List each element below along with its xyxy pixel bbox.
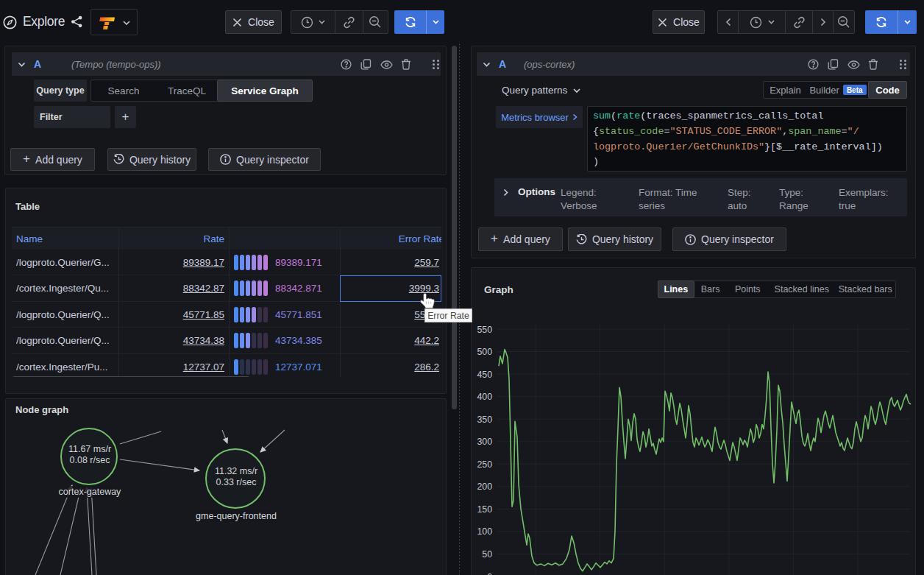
svg-text:150: 150 (477, 504, 492, 515)
svg-text:50: 50 (482, 549, 492, 560)
svg-text:450: 450 (477, 370, 492, 380)
svg-text:gme-query-frontend: gme-query-frontend (196, 511, 277, 521)
svg-text:550: 550 (477, 325, 492, 335)
svg-text:11.67 ms/r: 11.67 ms/r (68, 444, 111, 454)
svg-text:300: 300 (477, 437, 492, 447)
svg-text:250: 250 (477, 459, 492, 470)
svg-text:500: 500 (477, 347, 492, 357)
svg-text:cortex-gateway: cortex-gateway (59, 487, 122, 497)
svg-text:11.32 ms/r: 11.32 ms/r (215, 466, 257, 476)
svg-text:0.33 r/sec: 0.33 r/sec (216, 477, 257, 487)
svg-text:400: 400 (477, 392, 492, 402)
svg-text:0.08 r/sec: 0.08 r/sec (70, 455, 110, 465)
svg-text:200: 200 (477, 481, 492, 492)
svg-text:350: 350 (477, 415, 492, 425)
svg-text:100: 100 (477, 526, 492, 537)
svg-text:0: 0 (487, 572, 492, 575)
